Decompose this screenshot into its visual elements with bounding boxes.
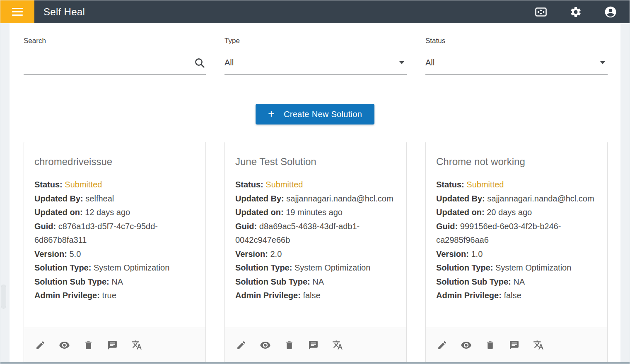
eye-icon: [59, 340, 70, 351]
card-field: Updated on: 19 minutes ago: [235, 206, 396, 220]
card-actions: [225, 328, 406, 362]
card-fields: Status: SubmittedUpdated By: sajjannagar…: [436, 178, 597, 303]
app-window: Self Heal: [0, 0, 630, 364]
hamburger-icon: [12, 8, 23, 16]
search-icon: [193, 57, 206, 69]
solution-cards: chromedriveissue Status: SubmittedUpdate…: [0, 142, 630, 362]
edit-button[interactable]: [437, 340, 448, 351]
card-field: Updated By: sajjannagari.nanda@hcl.com: [436, 192, 597, 206]
create-button-label: Create New Solution: [284, 110, 362, 119]
comment-button[interactable]: [107, 340, 118, 351]
chat-bubble-icon: [509, 340, 519, 350]
type-label: Type: [224, 37, 407, 45]
account-circle-icon: [604, 5, 617, 19]
trash-icon: [284, 340, 294, 350]
card-field: Admin Privilege: false: [235, 289, 396, 303]
card-field: Updated By: sajjannagari.nanda@hcl.com: [235, 192, 396, 206]
translate-button[interactable]: [533, 340, 544, 351]
create-new-solution-button[interactable]: + Create New Solution: [256, 104, 374, 125]
search-field[interactable]: [24, 45, 206, 75]
type-filter: Type All: [224, 37, 407, 75]
card-field: Solution Type: System Optimization: [235, 261, 396, 275]
edit-button[interactable]: [236, 340, 247, 351]
card-field: Solution Sub Type: NA: [436, 275, 597, 289]
plus-icon: +: [268, 108, 275, 120]
status-label: Status: [425, 37, 608, 45]
filter-bar: Search Type All Status All: [0, 23, 630, 75]
appbar-actions: [534, 5, 630, 19]
type-select[interactable]: All: [224, 45, 407, 75]
card-actions: [24, 328, 205, 362]
status-selected-value: All: [425, 58, 434, 67]
card-field: Solution Type: System Optimization: [436, 261, 597, 275]
card-field: Solution Sub Type: NA: [235, 275, 396, 289]
pencil-icon: [35, 340, 46, 350]
card-field: Solution Sub Type: NA: [34, 275, 195, 289]
card-actions: [426, 328, 607, 362]
card-field: Guid: 999156ed-6e03-4f2b-b246-ca2985f96a…: [436, 220, 597, 247]
chat-bubble-icon: [107, 340, 118, 350]
card-field: Version: 1.0: [436, 247, 597, 261]
card-fields: Status: SubmittedUpdated By: selfhealUpd…: [34, 178, 195, 303]
type-selected-value: All: [224, 58, 234, 67]
card-field: Status: Submitted: [235, 178, 396, 192]
view-button[interactable]: [461, 340, 472, 351]
fit-screen-icon: [534, 5, 548, 19]
app-bar: Self Heal: [0, 0, 630, 23]
solution-title: chromedriveissue: [34, 156, 195, 168]
translate-button[interactable]: [131, 340, 142, 351]
translate-icon: [131, 340, 142, 350]
card-field: Guid: d8a69ac5-4638-43df-adb1-0042c947e6…: [235, 220, 396, 247]
comment-button[interactable]: [509, 340, 520, 351]
translate-icon: [533, 340, 544, 350]
solution-card: chromedriveissue Status: SubmittedUpdate…: [24, 142, 206, 362]
window-bottom-edge: [0, 362, 630, 364]
translate-icon: [332, 340, 343, 350]
card-field: Guid: c876a1d3-d5f7-4c7c-95dd-6d867b8fa3…: [34, 220, 195, 247]
chat-bubble-icon: [308, 340, 319, 350]
create-button-row: + Create New Solution: [0, 104, 630, 125]
scrollbar-thumb[interactable]: [1, 285, 6, 309]
solution-card: Chrome not working Status: SubmittedUpda…: [425, 142, 608, 362]
card-field: Updated on: 12 days ago: [34, 206, 195, 220]
card-body: chromedriveissue Status: SubmittedUpdate…: [24, 142, 205, 328]
view-button[interactable]: [260, 340, 271, 351]
edit-button[interactable]: [35, 340, 46, 351]
comment-button[interactable]: [308, 340, 319, 351]
card-fields: Status: SubmittedUpdated By: sajjannagar…: [235, 178, 396, 303]
trash-icon: [83, 340, 94, 350]
trash-icon: [485, 340, 495, 350]
view-button[interactable]: [59, 340, 70, 351]
solution-title: Chrome not working: [436, 156, 597, 168]
solution-title: June Test Solution: [235, 156, 396, 168]
delete-button[interactable]: [83, 340, 94, 351]
search-filter: Search: [24, 37, 206, 75]
status-select[interactable]: All: [425, 45, 608, 75]
chevron-down-icon: [399, 61, 404, 64]
search-input[interactable]: [24, 56, 193, 70]
search-label: Search: [24, 37, 206, 45]
card-field: Version: 2.0: [235, 247, 396, 261]
card-field: Admin Privilege: true: [34, 289, 195, 303]
page-title: Self Heal: [43, 6, 534, 18]
fit-screen-button[interactable]: [534, 5, 548, 19]
pencil-icon: [236, 340, 246, 350]
card-field: Admin Privilege: false: [436, 289, 597, 303]
right-scrollbar-track[interactable]: [620, 23, 630, 364]
eye-icon: [260, 340, 271, 351]
left-scrollbar-track[interactable]: [0, 23, 10, 364]
card-field: Updated By: selfheal: [34, 192, 195, 206]
account-button[interactable]: [604, 5, 617, 19]
card-field: Solution Type: System Optimization: [34, 261, 195, 275]
settings-gear-icon: [570, 6, 582, 18]
settings-button[interactable]: [569, 5, 582, 19]
eye-icon: [461, 340, 472, 351]
card-field: Status: Submitted: [34, 178, 195, 192]
solution-card: June Test Solution Status: SubmittedUpda…: [224, 142, 407, 362]
delete-button[interactable]: [485, 340, 496, 351]
delete-button[interactable]: [284, 340, 295, 351]
hamburger-menu-button[interactable]: [0, 0, 34, 23]
status-filter: Status All: [425, 37, 608, 75]
chevron-down-icon: [600, 61, 605, 64]
translate-button[interactable]: [332, 340, 343, 351]
